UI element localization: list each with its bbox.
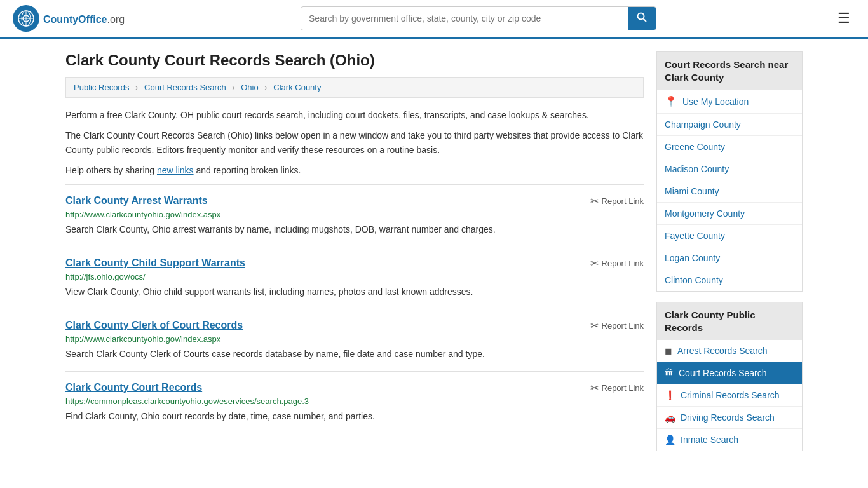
report-link-3[interactable]: ✂ Report Link — [590, 382, 644, 394]
report-link-1[interactable]: ✂ Report Link — [590, 257, 644, 269]
logo-text: CountyOffice.org — [43, 11, 125, 26]
inmate-icon: 👤 — [665, 435, 675, 445]
sidebar-nearby-champaign[interactable]: Champaign County — [657, 113, 802, 135]
search-bar — [301, 6, 656, 30]
search-button[interactable] — [628, 7, 656, 30]
new-links-link[interactable]: new links — [157, 165, 194, 175]
sidebar-public-records-title: Clark County Public Records — [657, 302, 802, 340]
record-title-2[interactable]: Clark County Clerk of Court Records — [65, 320, 243, 331]
nearby-madison-label: Madison County — [665, 164, 729, 174]
record-title-3[interactable]: Clark County Court Records — [65, 382, 202, 393]
page-title: Clark County Court Records Search (Ohio) — [65, 51, 644, 69]
breadcrumb-court-records[interactable]: Court Records Search — [144, 83, 226, 92]
intro-paragraph-2: The Clark County Court Records Search (O… — [65, 128, 644, 157]
driving-icon: 🚗 — [665, 412, 675, 423]
record-desc-2: Search Clark County Clerk of Courts case… — [65, 348, 644, 361]
report-icon-3: ✂ — [590, 382, 599, 394]
breadcrumb-ohio[interactable]: Ohio — [241, 83, 258, 92]
record-url-3[interactable]: https://commonpleas.clarkcountyohio.gov/… — [65, 396, 644, 406]
sidebar-item-arrest[interactable]: ◼ Arrest Records Search — [657, 340, 802, 362]
site-header: CountyOffice.org ☰ — [0, 0, 868, 39]
sidebar: Court Records Search near Clark County 📍… — [656, 51, 803, 461]
sidebar-nearby-fayette[interactable]: Fayette County — [657, 224, 802, 247]
record-url-0[interactable]: http://www.clarkcountyohio.gov/index.asp… — [65, 210, 644, 219]
sidebar-nearby-miami[interactable]: Miami County — [657, 180, 802, 202]
court-label: Court Records Search — [679, 368, 767, 378]
sidebar-item-inmate[interactable]: 👤 Inmate Search — [657, 428, 802, 451]
record-desc-0: Search Clark County, Ohio arrest warrant… — [65, 223, 644, 236]
sidebar-nearby-title: Court Records Search near Clark County — [657, 52, 802, 90]
breadcrumb: Public Records › Court Records Search › … — [65, 77, 644, 98]
inmate-label: Inmate Search — [681, 435, 738, 445]
nearby-montgomery-label: Montgomery County — [665, 208, 745, 219]
sidebar-nearby-montgomery[interactable]: Montgomery County — [657, 202, 802, 224]
report-link-2[interactable]: ✂ Report Link — [590, 320, 644, 332]
record-title-0[interactable]: Clark County Arrest Warrants — [65, 195, 208, 207]
report-icon-0: ✂ — [590, 195, 599, 207]
record-url-2[interactable]: http://www.clarkcountyohio.gov/index.asp… — [65, 334, 644, 344]
sidebar-public-records-section: Clark County Public Records ◼ Arrest Rec… — [656, 302, 803, 451]
sidebar-item-driving[interactable]: 🚗 Driving Records Search — [657, 406, 802, 428]
criminal-icon: ❗ — [665, 390, 675, 400]
record-url-1[interactable]: http://jfs.ohio.gov/ocs/ — [65, 272, 644, 281]
record-title-1[interactable]: Clark County Child Support Warrants — [65, 257, 245, 269]
record-item-2: Clark County Clerk of Court Records ✂ Re… — [65, 309, 644, 371]
report-icon-2: ✂ — [590, 320, 599, 332]
sidebar-use-location[interactable]: 📍 Use My Location — [657, 90, 802, 113]
sidebar-nearby-list: 📍 Use My Location Champaign County Green… — [657, 90, 802, 291]
search-input[interactable] — [301, 8, 628, 29]
sidebar-nearby-madison[interactable]: Madison County — [657, 158, 802, 180]
breadcrumb-clark-county[interactable]: Clark County — [273, 83, 321, 92]
main-content: Clark County Court Records Search (Ohio)… — [65, 51, 644, 461]
menu-icon[interactable]: ☰ — [832, 8, 855, 29]
report-icon-1: ✂ — [590, 257, 599, 269]
sidebar-public-records-list: ◼ Arrest Records Search 🏛 Court Records … — [657, 340, 802, 451]
arrest-icon: ◼ — [665, 346, 672, 356]
sidebar-item-court[interactable]: 🏛 Court Records Search — [657, 362, 802, 384]
sidebar-nearby-greene[interactable]: Greene County — [657, 135, 802, 158]
nearby-champaign-label: Champaign County — [665, 119, 741, 130]
logo-icon — [13, 5, 39, 32]
sidebar-nearby-clinton[interactable]: Clinton County — [657, 269, 802, 291]
court-icon: 🏛 — [665, 368, 674, 378]
nearby-greene-label: Greene County — [665, 142, 725, 152]
record-item-1: Clark County Child Support Warrants ✂ Re… — [65, 247, 644, 309]
criminal-label: Criminal Records Search — [681, 390, 780, 400]
location-pin-icon: 📍 — [665, 95, 677, 107]
intro-paragraph-1: Perform a free Clark County, OH public c… — [65, 108, 644, 122]
record-item-0: Clark County Arrest Warrants ✂ Report Li… — [65, 184, 644, 247]
report-link-0[interactable]: ✂ Report Link — [590, 195, 644, 207]
nearby-logan-label: Logan County — [665, 253, 720, 263]
logo[interactable]: CountyOffice.org — [13, 5, 125, 32]
sidebar-nearby-logan[interactable]: Logan County — [657, 247, 802, 269]
nearby-fayette-label: Fayette County — [665, 231, 725, 241]
record-desc-1: View Clark County, Ohio child support wa… — [65, 285, 644, 299]
intro-paragraph-3: Help others by sharing new links and rep… — [65, 163, 644, 177]
driving-label: Driving Records Search — [681, 412, 775, 423]
nearby-miami-label: Miami County — [665, 186, 719, 196]
main-container: Clark County Court Records Search (Ohio)… — [53, 39, 815, 474]
breadcrumb-public-records[interactable]: Public Records — [74, 83, 129, 92]
record-desc-3: Find Clark County, Ohio court records by… — [65, 410, 644, 423]
svg-point-5 — [638, 13, 644, 20]
sidebar-item-criminal[interactable]: ❗ Criminal Records Search — [657, 384, 802, 406]
arrest-label: Arrest Records Search — [677, 346, 768, 356]
svg-line-6 — [644, 19, 647, 22]
sidebar-nearby-section: Court Records Search near Clark County 📍… — [656, 51, 803, 292]
record-item-3: Clark County Court Records ✂ Report Link… — [65, 371, 644, 433]
nearby-clinton-label: Clinton County — [665, 275, 723, 285]
use-location-label: Use My Location — [682, 97, 749, 107]
